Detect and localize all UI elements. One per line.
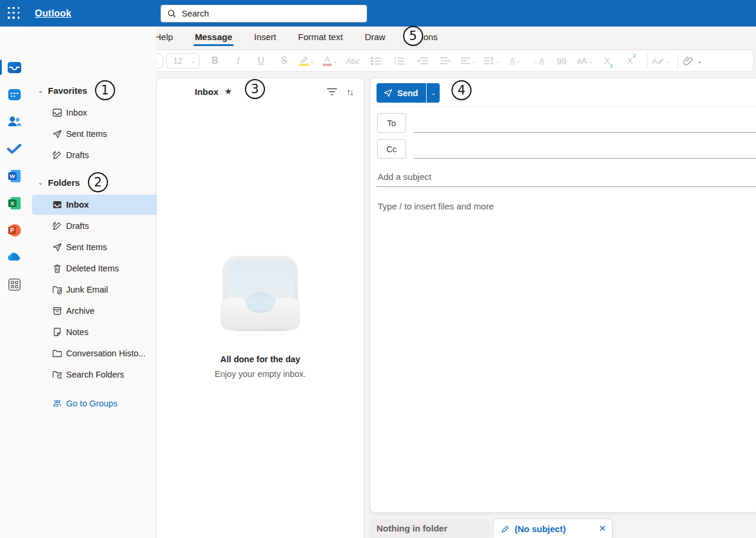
tab-help[interactable]: Help: [153, 27, 174, 48]
underline-button[interactable]: U: [253, 53, 269, 69]
favorites-item-inbox[interactable]: Inbox: [32, 103, 174, 123]
draft-window-tab[interactable]: (No subject) ✕: [493, 519, 613, 538]
favorite-star-icon[interactable]: ★: [224, 86, 232, 97]
folder-status-box: Nothing in folder: [369, 519, 490, 538]
line-spacing-button[interactable]: ⌄: [484, 53, 500, 69]
font-size-select[interactable]: 12 ⌄: [166, 53, 199, 68]
chevron-down-icon: ⌄: [38, 87, 43, 94]
outlook-icon[interactable]: [0, 55, 28, 79]
tab-insert[interactable]: Insert: [253, 27, 278, 48]
note-icon: [52, 327, 63, 337]
favorites-item-sent-items[interactable]: Sent Items: [32, 124, 174, 144]
filter-icon[interactable]: [327, 88, 337, 96]
right-to-left-button[interactable]: ←A: [531, 53, 546, 69]
strikethrough-button[interactable]: S: [276, 53, 292, 69]
app-launcher-icon[interactable]: [8, 7, 21, 20]
bold-button[interactable]: B: [207, 53, 222, 69]
calendar-icon[interactable]: [0, 83, 28, 106]
blockquote-button[interactable]: 99: [554, 53, 570, 69]
folder-item-conversation-history[interactable]: Conversation Histo...: [32, 343, 174, 363]
italic-button[interactable]: I: [230, 53, 246, 69]
people-icon[interactable]: [0, 110, 28, 133]
svg-text:P: P: [10, 227, 14, 234]
folder-item-sent-items[interactable]: Sent Items: [32, 237, 174, 257]
sort-icon[interactable]: ↑↓: [346, 87, 353, 97]
highlight-color-button[interactable]: ⌄: [299, 53, 315, 69]
decrease-indent-button[interactable]: [415, 53, 430, 69]
folder-title: Inbox: [195, 87, 218, 97]
word-icon[interactable]: W: [0, 164, 28, 188]
message-body-input[interactable]: Type / to insert files and more: [378, 201, 494, 211]
brand-link[interactable]: Outlook: [35, 8, 71, 19]
subscript-button[interactable]: X2: [601, 53, 616, 69]
go-to-groups-link[interactable]: Go to Groups: [32, 393, 174, 414]
left-to-right-button[interactable]: A→: [508, 53, 523, 69]
favorites-section-header[interactable]: ⌄ Favorites: [28, 83, 156, 98]
send-options-chevron-icon[interactable]: ⌄: [427, 83, 440, 103]
to-button[interactable]: To: [377, 113, 406, 133]
increase-indent-button[interactable]: [438, 53, 453, 69]
attach-chevron-icon[interactable]: ⌄: [697, 58, 702, 64]
attach-file-button[interactable]: ⌄: [683, 53, 702, 69]
search-placeholder: Search: [182, 9, 209, 18]
case-chevron-icon[interactable]: ⌄: [588, 58, 593, 64]
styles-button[interactable]: A ⌄: [652, 53, 670, 69]
subject-underline: [377, 186, 756, 187]
compose-pane: Send ⌄ To Cc Add a subject Type / to ins…: [370, 78, 756, 513]
trash-icon: [52, 263, 63, 274]
folder-pane: ⌄ Favorites Inbox Sent Items Drafts 1 ⌄ …: [28, 27, 156, 538]
highlight-chevron-icon[interactable]: ⌄: [310, 58, 315, 64]
to-field-underline[interactable]: [414, 132, 756, 133]
folder-item-deleted-items[interactable]: Deleted Items: [32, 258, 174, 278]
app-rail: W X P: [0, 27, 28, 538]
powerpoint-icon[interactable]: P: [0, 218, 28, 242]
message-list-pane: Inbox ★ ↑↓ All done for the day Enjoy yo…: [156, 78, 364, 538]
folder-item-search-folders[interactable]: Search Folders: [32, 365, 174, 385]
styles-chevron-icon[interactable]: ⌄: [665, 58, 670, 64]
folder-item-archive[interactable]: Archive: [32, 301, 174, 321]
compose-command-row: Send ⌄: [371, 78, 756, 107]
change-case-button[interactable]: aA⌄: [577, 53, 594, 69]
pencil-icon: [501, 524, 510, 533]
annotation-circle-5: 5: [403, 26, 423, 46]
cc-button[interactable]: Cc: [377, 139, 406, 159]
empty-inbox-state: All done for the day Enjoy your empty in…: [157, 255, 364, 379]
bulleted-list-button[interactable]: [369, 53, 384, 69]
todo-icon[interactable]: [0, 137, 28, 160]
empty-state-subtitle: Enjoy your empty inbox.: [215, 369, 306, 379]
numbered-list-button[interactable]: 123: [392, 53, 407, 69]
draft-tab-label: (No subject): [515, 524, 566, 534]
superscript-button[interactable]: X2: [624, 53, 639, 69]
tab-draw[interactable]: Draw: [364, 27, 387, 48]
cc-field-underline[interactable]: [414, 158, 756, 159]
folder-item-notes[interactable]: Notes: [32, 322, 174, 342]
svg-text:W: W: [9, 173, 15, 179]
font-color-chevron-icon[interactable]: ⌄: [333, 58, 338, 64]
inbox-icon: [52, 107, 63, 118]
toolbar-divider: [647, 54, 647, 68]
toolbar-divider: [678, 54, 678, 68]
more-apps-icon[interactable]: [0, 273, 28, 296]
spacing-chevron-icon[interactable]: ⌄: [495, 58, 500, 64]
font-color-button[interactable]: A ⌄: [323, 53, 338, 69]
tab-message[interactable]: Message: [194, 27, 233, 48]
folder-item-inbox[interactable]: Inbox: [32, 195, 174, 215]
onedrive-icon[interactable]: [0, 245, 28, 269]
align-chevron-icon[interactable]: ⌄: [472, 58, 476, 64]
send-button[interactable]: Send ⌄: [377, 83, 440, 103]
junk-folder-icon: [52, 284, 63, 295]
tab-format-text[interactable]: Format text: [297, 27, 344, 48]
folder-item-junk-email[interactable]: Junk Email: [32, 280, 174, 300]
inbox-filled-icon: [52, 199, 63, 210]
favorites-item-drafts[interactable]: Drafts 1: [32, 145, 174, 165]
groups-icon: [52, 398, 63, 409]
annotation-circle-2: 2: [88, 172, 108, 192]
folder-item-drafts[interactable]: Drafts 1: [32, 216, 174, 236]
search-folder-icon: [52, 369, 63, 380]
search-input[interactable]: Search: [161, 5, 367, 22]
subject-input[interactable]: Add a subject: [378, 172, 431, 182]
excel-icon[interactable]: X: [0, 191, 28, 215]
close-icon[interactable]: ✕: [598, 523, 606, 534]
clear-formatting-button[interactable]: Ab: [346, 53, 361, 69]
text-align-button[interactable]: ⌄: [461, 53, 476, 69]
